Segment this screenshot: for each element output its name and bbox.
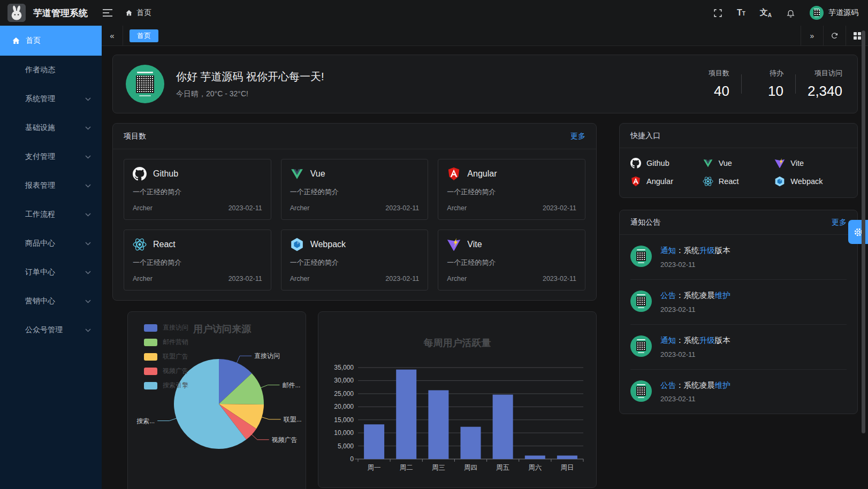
top-navbar: 芋道管理系统 首页 TT 文A 芋道源码 bbox=[0, 0, 868, 26]
bar-0[interactable] bbox=[364, 424, 384, 459]
user-menu[interactable]: 芋道源码 bbox=[810, 6, 858, 20]
shortcut-webpack[interactable]: Webpack bbox=[774, 173, 847, 189]
pie-chart-title: 用户访问来源 bbox=[193, 323, 251, 335]
legend-label: 搜索引擎 bbox=[163, 381, 188, 390]
sidebar-item-report[interactable]: 报表管理 bbox=[0, 171, 102, 200]
shortcut-react[interactable]: React bbox=[703, 173, 775, 189]
project-name: Github bbox=[153, 169, 178, 179]
welcome-stats: 项目数 40 待办 10 项目访问 2,340 bbox=[699, 68, 842, 100]
user-name: 芋道源码 bbox=[828, 8, 858, 18]
breadcrumb-label: 首页 bbox=[136, 8, 151, 18]
github-icon bbox=[630, 158, 641, 169]
sidebar-menu: 首页 作者动态 系统管理 基础设施 支付管理 报表管理 工作流程 商品中心 订单 bbox=[0, 26, 102, 489]
legend-item-4[interactable]: 搜索引擎 bbox=[144, 381, 188, 390]
bar-2[interactable] bbox=[428, 390, 448, 459]
legend-item-1[interactable]: 邮件营销 bbox=[144, 338, 188, 347]
svg-text:周六: 周六 bbox=[528, 464, 542, 471]
project-card-angular[interactable]: Angular 一个正经的简介 Archer 2023-02-11 bbox=[438, 159, 585, 220]
svg-text:15,000: 15,000 bbox=[334, 416, 354, 424]
shortcut-label: Vue bbox=[719, 159, 732, 167]
bar-6[interactable] bbox=[557, 456, 577, 460]
project-card-vite[interactable]: Vite 一个正经的简介 Archer 2023-02-11 bbox=[438, 230, 585, 291]
legend-label: 联盟广告 bbox=[163, 352, 188, 361]
chevron-down-icon bbox=[85, 300, 91, 303]
project-date: 2023-02-11 bbox=[229, 204, 262, 212]
svg-text:邮件...: 邮件... bbox=[282, 381, 300, 389]
sidebar-item-label: 商品中心 bbox=[25, 239, 55, 248]
notice-date: 2023-02-11 bbox=[660, 395, 730, 403]
project-desc: 一个正经的简介 bbox=[290, 258, 420, 268]
refresh-icon[interactable] bbox=[823, 26, 846, 45]
webpack-icon bbox=[290, 238, 304, 251]
sidebar-item-marketing-center[interactable]: 营销中心 bbox=[0, 287, 102, 316]
sidebar-item-payment[interactable]: 支付管理 bbox=[0, 142, 102, 171]
chevron-down-icon bbox=[85, 271, 91, 274]
sidebar-item-label: 工作流程 bbox=[25, 210, 55, 219]
legend-item-2[interactable]: 联盟广告 bbox=[144, 352, 188, 361]
bar-1[interactable] bbox=[396, 370, 416, 459]
project-card-github[interactable]: Github 一个正经的简介 Archer 2023-02-11 bbox=[124, 159, 271, 220]
notices-more-link[interactable]: 更多 bbox=[832, 218, 847, 227]
chevron-down-icon bbox=[85, 213, 91, 217]
project-card-react[interactable]: React 一个正经的简介 Archer 2023-02-11 bbox=[124, 230, 271, 291]
project-date: 2023-02-11 bbox=[543, 204, 576, 212]
angular-icon bbox=[630, 176, 641, 187]
font-size-icon[interactable]: TT bbox=[737, 8, 745, 18]
breadcrumb[interactable]: 首页 bbox=[125, 8, 151, 18]
project-name: Vite bbox=[467, 240, 482, 249]
project-date: 2023-02-11 bbox=[385, 275, 419, 282]
sidebar-item-infrastructure[interactable]: 基础设施 bbox=[0, 113, 102, 142]
notice-list: 通知：系统升级版本 2023-02-11 公告：系统凌晨维护 2023-02-1… bbox=[620, 235, 857, 414]
legend-swatch bbox=[144, 368, 157, 375]
sidebar-item-product-center[interactable]: 商品中心 bbox=[0, 229, 102, 258]
menu-fold-icon[interactable] bbox=[103, 9, 112, 17]
projects-more-link[interactable]: 更多 bbox=[570, 132, 585, 141]
project-card-vue[interactable]: Vue 一个正经的简介 Archer 2023-02-11 bbox=[281, 159, 429, 220]
sidebar-item-author-dynamics[interactable]: 作者动态 bbox=[0, 56, 102, 85]
notice-item: 公告：系统凌晨维护 2023-02-11 bbox=[630, 280, 847, 325]
sidebar-item-home[interactable]: 首页 bbox=[0, 26, 102, 56]
fullscreen-icon[interactable] bbox=[713, 9, 722, 18]
bar-3[interactable] bbox=[461, 427, 481, 459]
page-scrollbar-thumb[interactable] bbox=[862, 30, 865, 433]
shortcut-vite[interactable]: Vite bbox=[774, 155, 847, 171]
shortcut-vue[interactable]: Vue bbox=[703, 155, 775, 171]
sidebar-item-order-center[interactable]: 订单中心 bbox=[0, 258, 102, 287]
sidebar-item-mp-account[interactable]: 公众号管理 bbox=[0, 316, 102, 345]
project-author: Archer bbox=[133, 275, 153, 282]
github-icon bbox=[133, 167, 147, 181]
shortcut-github[interactable]: Github bbox=[630, 155, 703, 171]
projects-card: 项目数 更多 Github 一个正经的简介 Archer 2023-02-11 … bbox=[112, 123, 597, 301]
sidebar-item-system[interactable]: 系统管理 bbox=[0, 85, 102, 113]
vite-icon bbox=[774, 158, 785, 169]
legend-swatch bbox=[144, 382, 157, 389]
legend-item-3[interactable]: 视频广告 bbox=[144, 366, 188, 376]
tabs-scroll-left-button[interactable]: « bbox=[102, 26, 123, 45]
stat-visits: 项目访问 2,340 bbox=[808, 68, 842, 100]
sidebar-item-label: 首页 bbox=[26, 36, 41, 45]
sidebar-item-label: 报表管理 bbox=[25, 181, 55, 190]
shortcut-angular[interactable]: Angular bbox=[630, 173, 703, 189]
app-logo bbox=[7, 4, 26, 22]
project-desc: 一个正经的简介 bbox=[447, 258, 576, 268]
svg-text:10,000: 10,000 bbox=[334, 429, 354, 437]
legend-item-0[interactable]: 直接访问 bbox=[144, 323, 188, 332]
bar-5[interactable] bbox=[525, 456, 545, 460]
vue-icon bbox=[703, 158, 713, 169]
tabs-scroll-right-button[interactable]: » bbox=[801, 26, 823, 45]
tab-home[interactable]: 首页 bbox=[130, 29, 158, 42]
bar-4[interactable] bbox=[493, 395, 513, 459]
stat-divider bbox=[741, 74, 742, 94]
sidebar-item-label: 系统管理 bbox=[25, 94, 55, 104]
project-card-webpack[interactable]: Webpack 一个正经的简介 Archer 2023-02-11 bbox=[281, 230, 429, 291]
stat-todo: 待办 10 bbox=[753, 68, 783, 100]
sidebar-item-label: 营销中心 bbox=[25, 296, 55, 306]
project-author: Archer bbox=[447, 204, 467, 212]
notices-card: 通知公告 更多 通知：系统升级版本 2023-02-11 公告：系统凌晨维护 2… bbox=[619, 210, 858, 414]
sidebar-item-workflow[interactable]: 工作流程 bbox=[0, 200, 102, 229]
sidebar-item-label: 基础设施 bbox=[25, 123, 55, 133]
language-icon[interactable]: 文A bbox=[760, 7, 772, 18]
bell-icon[interactable] bbox=[786, 9, 795, 18]
project-name: Webpack bbox=[310, 240, 346, 249]
sidebar-item-label: 作者动态 bbox=[25, 65, 55, 75]
